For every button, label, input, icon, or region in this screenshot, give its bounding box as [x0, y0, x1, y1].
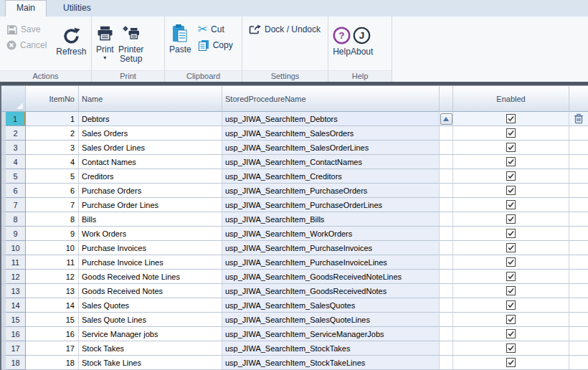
row-header-cell[interactable]: 1: [6, 112, 26, 126]
table-row[interactable]: 66Purchase Ordersusp_JIWA_SearchItem_Pur…: [1, 184, 588, 198]
table-row[interactable]: 88Billsusp_JIWA_SearchItem_Bills: [1, 212, 588, 227]
cell-name[interactable]: Purchase Orders: [79, 184, 222, 198]
table-row[interactable]: 55Creditorsusp_JIWA_SearchItem_Creditors: [1, 169, 588, 184]
cell-enabled[interactable]: [453, 141, 569, 155]
enabled-checkbox[interactable]: [506, 272, 516, 281]
cell-name[interactable]: Stock Take Lines: [79, 356, 222, 370]
cell-stored-procedure[interactable]: usp_JIWA_SearchItem_SalesOrders: [222, 126, 440, 141]
enabled-checkbox[interactable]: [506, 257, 516, 267]
cell-stored-procedure[interactable]: usp_JIWA_SearchItem_PurchaseInvoices: [222, 241, 440, 255]
cell-itemno[interactable]: 16: [26, 327, 79, 341]
cell-stored-procedure[interactable]: usp_JIWA_SearchItem_StockTakes: [222, 341, 440, 356]
cell-name[interactable]: Stock Takes: [79, 341, 222, 356]
paste-button[interactable]: Paste: [169, 18, 191, 70]
column-header-name[interactable]: Name: [79, 86, 222, 112]
cell-enabled[interactable]: [453, 155, 569, 169]
cell-itemno[interactable]: 18: [26, 356, 79, 370]
cell-enabled[interactable]: [453, 126, 569, 141]
cell-name[interactable]: Work Orders: [79, 227, 222, 241]
print-dropdown-arrow[interactable]: ▾: [103, 54, 106, 61]
cell-stored-procedure[interactable]: usp_JIWA_SearchItem_PurchaseOrders: [222, 184, 440, 198]
enabled-checkbox[interactable]: [506, 143, 516, 152]
cell-stored-procedure[interactable]: usp_JIWA_SearchItem_ContactNames: [222, 155, 440, 169]
cell-name[interactable]: Goods Received Notes: [79, 284, 222, 298]
cell-itemno[interactable]: 14: [26, 298, 79, 313]
enabled-checkbox[interactable]: [506, 200, 516, 209]
cell-stored-procedure[interactable]: usp_JIWA_SearchItem_SalesQuotes: [222, 298, 440, 313]
tab-utilities[interactable]: Utilities: [52, 0, 102, 16]
cell-name[interactable]: Purchase Invoice Lines: [79, 255, 222, 270]
cell-enabled[interactable]: [453, 270, 569, 284]
cell-itemno[interactable]: 9: [26, 227, 79, 241]
cell-enabled[interactable]: [453, 227, 569, 241]
row-header-cell[interactable]: 17: [6, 341, 26, 356]
cell-itemno[interactable]: 2: [26, 126, 79, 141]
table-row[interactable]: 1111Purchase Invoice Linesusp_JIWA_Searc…: [1, 255, 588, 270]
printer-setup-button[interactable]: Printer Setup: [114, 18, 148, 70]
enabled-checkbox[interactable]: [506, 315, 516, 324]
copy-button[interactable]: Copy: [196, 37, 235, 53]
enabled-checkbox[interactable]: [506, 243, 516, 252]
print-button[interactable]: Print ▾: [96, 18, 114, 70]
row-header-cell[interactable]: 12: [6, 270, 26, 284]
cell-itemno[interactable]: 11: [26, 255, 79, 270]
cell-itemno[interactable]: 10: [26, 241, 79, 255]
select-all-corner[interactable]: [1, 86, 26, 112]
table-row[interactable]: 11Debtorsusp_JIWA_SearchItem_Debtors: [1, 112, 588, 126]
tab-main[interactable]: Main: [5, 0, 47, 16]
enabled-checkbox[interactable]: [506, 229, 516, 238]
table-row[interactable]: 1414Sales Quotesusp_JIWA_SearchItem_Sale…: [1, 298, 588, 313]
cell-name[interactable]: Purchase Invoices: [79, 241, 222, 255]
cell-itemno[interactable]: 12: [26, 270, 79, 284]
enabled-checkbox[interactable]: [506, 157, 516, 166]
row-header-cell[interactable]: 18: [6, 356, 26, 370]
table-row[interactable]: 1717Stock Takesusp_JIWA_SearchItem_Stock…: [1, 341, 588, 356]
cancel-button[interactable]: Cancel: [4, 37, 49, 53]
enabled-checkbox[interactable]: [506, 128, 516, 138]
table-row[interactable]: 1212Goods Received Note Linesusp_JIWA_Se…: [1, 270, 588, 284]
cell-enabled[interactable]: [453, 284, 569, 298]
cell-enabled[interactable]: [453, 313, 569, 327]
row-header-cell[interactable]: 7: [6, 198, 26, 212]
cell-name[interactable]: Sales Quotes: [79, 298, 222, 313]
enabled-checkbox[interactable]: [506, 286, 516, 295]
row-header-cell[interactable]: 15: [6, 313, 26, 327]
cell-itemno[interactable]: 4: [26, 155, 79, 169]
cell-stored-procedure[interactable]: usp_JIWA_SearchItem_GoodsReceivedNotes: [222, 284, 440, 298]
cell-stored-procedure[interactable]: usp_JIWA_SearchItem_Debtors: [222, 112, 440, 126]
cell-stored-procedure[interactable]: usp_JIWA_SearchItem_GoodsReceivedNoteLin…: [222, 270, 440, 284]
cell-itemno[interactable]: 5: [26, 169, 79, 184]
enabled-checkbox[interactable]: [506, 214, 516, 224]
cell-stored-procedure[interactable]: usp_JIWA_SearchItem_Creditors: [222, 169, 440, 184]
cell-enabled[interactable]: [453, 327, 569, 341]
cell-stored-procedure[interactable]: usp_JIWA_SearchItem_ServiceManagerJobs: [222, 327, 440, 341]
cell-name[interactable]: Contact Names: [79, 155, 222, 169]
enabled-checkbox[interactable]: [506, 358, 516, 367]
enabled-checkbox[interactable]: [506, 186, 516, 195]
cell-stored-procedure[interactable]: usp_JIWA_SearchItem_PurchaseInvoiceLines: [222, 255, 440, 270]
cell-name[interactable]: Service Manager jobs: [79, 327, 222, 341]
cell-enabled[interactable]: [453, 255, 569, 270]
enabled-checkbox[interactable]: [506, 300, 516, 310]
cell-enabled[interactable]: [453, 212, 569, 227]
save-button[interactable]: Save: [4, 22, 49, 37]
cell-itemno[interactable]: 7: [26, 198, 79, 212]
cell-itemno[interactable]: 8: [26, 212, 79, 227]
enabled-checkbox[interactable]: [506, 343, 516, 353]
table-row[interactable]: 1616Service Manager jobsusp_JIWA_SearchI…: [1, 327, 588, 341]
row-header-cell[interactable]: 13: [6, 284, 26, 298]
cell-enabled[interactable]: [453, 341, 569, 356]
cell-itemno[interactable]: 1: [26, 112, 79, 126]
enabled-checkbox[interactable]: [506, 114, 516, 123]
cell-itemno[interactable]: 3: [26, 141, 79, 155]
cell-name[interactable]: Sales Orders: [79, 126, 222, 141]
row-header-cell[interactable]: 11: [6, 255, 26, 270]
table-row[interactable]: 99Work Ordersusp_JIWA_SearchItem_WorkOrd…: [1, 227, 588, 241]
cell-stored-procedure[interactable]: usp_JIWA_SearchItem_SalesOrderLines: [222, 141, 440, 155]
row-header-cell[interactable]: 14: [6, 298, 26, 313]
enabled-checkbox[interactable]: [506, 329, 516, 338]
cell-name[interactable]: Bills: [79, 212, 222, 227]
cell-enabled[interactable]: [453, 241, 569, 255]
cell-enabled[interactable]: [453, 198, 569, 212]
cell-stored-procedure[interactable]: usp_JIWA_SearchItem_SalesQuoteLines: [222, 313, 440, 327]
